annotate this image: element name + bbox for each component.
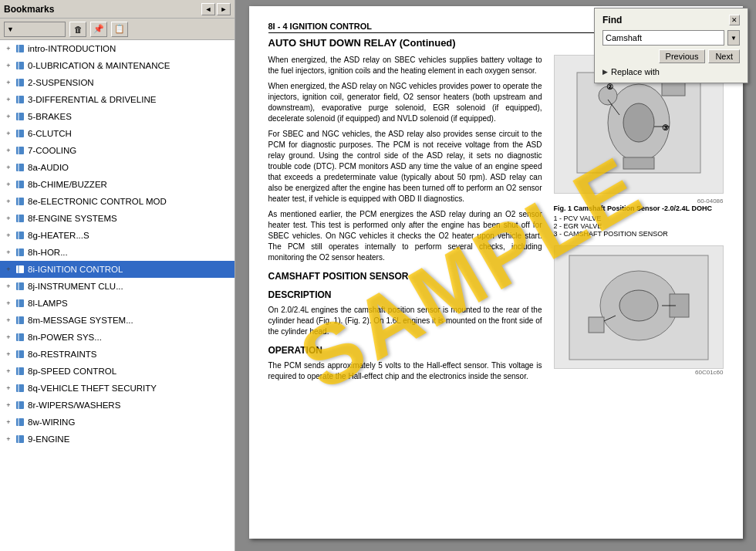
bookmark-icon: [15, 213, 25, 224]
bookmark-item[interactable]: +intro-INTRODUCTION: [0, 40, 235, 57]
bookmark-item[interactable]: +5-BRAKES: [0, 108, 235, 125]
bookmark-item[interactable]: +8f-ENGINE SYSTEMS: [0, 210, 235, 227]
bookmark-label: 9-ENGINE: [28, 432, 69, 446]
bookmark-label: 8l-LAMPS: [28, 296, 68, 310]
svg-rect-40: [16, 384, 24, 392]
find-toolbar: Find ✕ ▼ Previous Next ▶ Replace with: [594, 8, 748, 83]
bookmark-label: 6-CLUTCH: [28, 127, 72, 140]
find-buttons-row: Previous Next: [602, 49, 740, 63]
operation-title: OPERATION: [268, 345, 542, 356]
expand-icon[interactable]: +: [3, 43, 14, 54]
find-close-button[interactable]: ✕: [729, 15, 740, 25]
expand-icon[interactable]: +: [3, 366, 14, 377]
bookmark-item[interactable]: +8l-LAMPS: [0, 295, 235, 312]
bookmarks-list[interactable]: +intro-INTRODUCTION+0-LUBRICATION & MAIN…: [0, 40, 235, 551]
bookmark-item[interactable]: +8g-HEATER...S: [0, 227, 235, 244]
expand-icon[interactable]: +: [3, 179, 14, 190]
svg-rect-32: [16, 316, 24, 324]
bookmark-item[interactable]: +8a-AUDIO: [0, 159, 235, 176]
bookmark-item[interactable]: +8p-SPEED CONTROL: [0, 363, 235, 380]
delete-bookmark-button[interactable]: 🗑: [69, 22, 86, 37]
expand-icon[interactable]: +: [3, 94, 14, 105]
find-dropdown-button[interactable]: ▼: [727, 30, 740, 46]
find-replace-row: ▶ Replace with: [602, 67, 740, 76]
nav-forward-button[interactable]: ►: [217, 3, 231, 15]
find-previous-button[interactable]: Previous: [659, 49, 706, 63]
bookmark-icon: [15, 43, 25, 54]
find-input[interactable]: [602, 30, 724, 46]
expand-icon[interactable]: +: [3, 264, 14, 275]
main-content: SAMPLE 8I - 4 IGNITION CONTROL PT AUTO S…: [235, 0, 756, 551]
bookmark-item[interactable]: +8b-CHIME/BUZZER: [0, 176, 235, 193]
bookmark-button[interactable]: 📌: [90, 22, 107, 37]
bookmark-item[interactable]: +7-COOLING: [0, 142, 235, 159]
svg-rect-26: [16, 265, 24, 273]
expand-icon[interactable]: +: [3, 77, 14, 88]
bookmark-item[interactable]: +8r-WIPERS/WASHERS: [0, 397, 235, 414]
bookmark-label: 8a-AUDIO: [28, 161, 69, 174]
expand-icon[interactable]: +: [3, 111, 14, 122]
expand-icon[interactable]: +: [3, 281, 14, 292]
expand-icon[interactable]: +: [3, 230, 14, 241]
expand-icon[interactable]: +: [3, 128, 14, 139]
bookmark-item[interactable]: +2-SUSPENSION: [0, 74, 235, 91]
svg-rect-16: [16, 181, 24, 188]
expand-icon[interactable]: +: [3, 349, 14, 360]
bookmark-item[interactable]: +8w-WIRING: [0, 414, 235, 431]
bookmark-icon: [15, 400, 25, 411]
bookmark-icon: [15, 94, 25, 105]
expand-icon[interactable]: +: [3, 298, 14, 309]
expand-icon[interactable]: +: [3, 196, 14, 207]
expand-icon[interactable]: +: [3, 162, 14, 173]
svg-rect-28: [16, 282, 24, 290]
expand-icon[interactable]: +: [3, 315, 14, 326]
expand-icon[interactable]: +: [3, 60, 14, 71]
content-columns: When energized, the ASD relay on SBEC ve…: [268, 55, 724, 387]
expand-icon[interactable]: +: [3, 145, 14, 156]
bookmark-item[interactable]: +8e-ELECTRONIC CONTROL MOD: [0, 193, 235, 210]
bookmark-label: 3-DIFFERENTIAL & DRIVELINE: [28, 93, 156, 106]
page-header-left: 8I - 4 IGNITION CONTROL: [268, 22, 372, 31]
body-text-4: As mentioned earlier, the PCM energizes …: [268, 209, 542, 263]
bookmark-item[interactable]: +3-DIFFERENTIAL & DRIVELINE: [0, 91, 235, 108]
svg-rect-8: [16, 113, 24, 120]
bookmark-item[interactable]: +8n-POWER SYS...: [0, 329, 235, 346]
bookmark-label: 8r-WIPERS/WASHERS: [28, 398, 120, 412]
bookmark-item[interactable]: +8i-IGNITION CONTROL: [0, 261, 235, 278]
expand-icon[interactable]: +: [3, 400, 14, 411]
find-next-button[interactable]: Next: [708, 49, 740, 63]
view-dropdown[interactable]: ▼: [4, 22, 66, 37]
bookmark-icon: [15, 298, 25, 309]
bookmark-item[interactable]: +8j-INSTRUMENT CLU...: [0, 278, 235, 295]
description-title: DESCRIPTION: [268, 289, 542, 300]
bookmark-icon: [15, 417, 25, 428]
bookmark-item[interactable]: +8o-RESTRAINTS: [0, 346, 235, 363]
bookmark-item[interactable]: +8m-MESSAGE SYSTEM...: [0, 312, 235, 329]
bookmark-label: 8q-VEHICLE THEFT SECURITY: [28, 381, 157, 395]
expand-icon[interactable]: +: [3, 247, 14, 258]
bookmark-item[interactable]: +9-ENGINE: [0, 431, 235, 448]
bookmark-item[interactable]: +0-LUBRICATION & MAINTENANCE: [0, 57, 235, 74]
nav-back-button[interactable]: ◄: [201, 3, 215, 15]
bookmark-label: 8w-WIRING: [28, 415, 75, 429]
expand-icon[interactable]: +: [3, 417, 14, 428]
operation-text: The PCM sends approximately 5 volts to t…: [268, 360, 542, 382]
expand-icon[interactable]: +: [3, 332, 14, 343]
expand-icon[interactable]: +: [3, 383, 14, 394]
bookmark-icon: [15, 247, 25, 258]
svg-point-50: [623, 103, 654, 142]
sidebar-nav-buttons: ◄ ►: [201, 3, 231, 15]
expand-icon[interactable]: +: [3, 213, 14, 224]
bookmark-label: 2-SUSPENSION: [28, 76, 94, 90]
svg-rect-4: [16, 79, 24, 86]
bookmark-icon: [15, 145, 25, 156]
bookmark-item[interactable]: +6-CLUTCH: [0, 125, 235, 142]
svg-rect-20: [16, 215, 24, 222]
bookmark-label: 8e-ELECTRONIC CONTROL MOD: [28, 194, 167, 208]
find-replace-label[interactable]: Replace with: [611, 67, 660, 76]
expand-icon[interactable]: +: [3, 434, 14, 445]
svg-point-60: [619, 290, 658, 321]
bookmark-item[interactable]: +8q-VEHICLE THEFT SECURITY: [0, 380, 235, 397]
bookmark-options-button[interactable]: 📋: [111, 22, 128, 37]
bookmark-item[interactable]: +8h-HOR...: [0, 244, 235, 261]
